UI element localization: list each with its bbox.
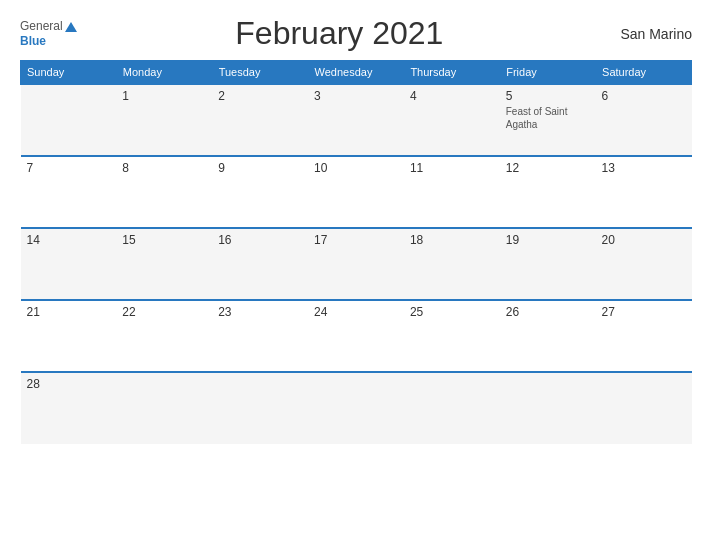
calendar-header: General Blue February 2021 San Marino [20,15,692,52]
calendar-day-cell: 5Feast of Saint Agatha [500,84,596,156]
country-name: San Marino [602,26,692,42]
day-number: 21 [27,305,111,319]
calendar-day-cell: 9 [212,156,308,228]
day-number: 20 [602,233,686,247]
calendar-day-cell: 27 [596,300,692,372]
calendar-week-row: 12345Feast of Saint Agatha6 [21,84,692,156]
logo-blue-text: Blue [20,34,77,48]
calendar-day-cell: 24 [308,300,404,372]
calendar-day-cell: 6 [596,84,692,156]
logo-triangle-icon [65,22,77,32]
calendar-container: General Blue February 2021 San Marino Su… [0,0,712,550]
calendar-day-cell: 20 [596,228,692,300]
calendar-day-cell [308,372,404,444]
day-number: 11 [410,161,494,175]
calendar-week-row: 14151617181920 [21,228,692,300]
day-number: 19 [506,233,590,247]
header-sunday: Sunday [21,61,117,85]
calendar-day-cell: 18 [404,228,500,300]
calendar-day-cell: 3 [308,84,404,156]
day-number: 26 [506,305,590,319]
calendar-day-cell: 16 [212,228,308,300]
day-number: 28 [27,377,111,391]
calendar-week-row: 21222324252627 [21,300,692,372]
header-wednesday: Wednesday [308,61,404,85]
calendar-day-cell: 11 [404,156,500,228]
calendar-day-cell [596,372,692,444]
calendar-day-cell: 13 [596,156,692,228]
calendar-day-cell: 10 [308,156,404,228]
day-number: 25 [410,305,494,319]
calendar-day-cell: 8 [116,156,212,228]
calendar-day-cell [500,372,596,444]
calendar-day-cell: 19 [500,228,596,300]
day-number: 16 [218,233,302,247]
day-number: 13 [602,161,686,175]
calendar-day-cell [21,84,117,156]
calendar-grid: Sunday Monday Tuesday Wednesday Thursday… [20,60,692,444]
calendar-day-cell [116,372,212,444]
calendar-day-cell: 26 [500,300,596,372]
calendar-day-cell: 2 [212,84,308,156]
calendar-day-cell: 14 [21,228,117,300]
event-name: Feast of Saint Agatha [506,105,590,131]
calendar-week-row: 78910111213 [21,156,692,228]
calendar-day-cell: 15 [116,228,212,300]
calendar-day-cell [404,372,500,444]
day-number: 17 [314,233,398,247]
calendar-day-cell: 17 [308,228,404,300]
header-monday: Monday [116,61,212,85]
day-number: 10 [314,161,398,175]
calendar-day-cell: 4 [404,84,500,156]
header-friday: Friday [500,61,596,85]
header-saturday: Saturday [596,61,692,85]
day-number: 6 [602,89,686,103]
day-number: 3 [314,89,398,103]
calendar-day-cell [212,372,308,444]
day-number: 12 [506,161,590,175]
header-tuesday: Tuesday [212,61,308,85]
day-number: 14 [27,233,111,247]
calendar-week-row: 28 [21,372,692,444]
header-thursday: Thursday [404,61,500,85]
calendar-title: February 2021 [77,15,602,52]
day-number: 1 [122,89,206,103]
day-number: 23 [218,305,302,319]
day-number: 9 [218,161,302,175]
day-number: 2 [218,89,302,103]
day-number: 27 [602,305,686,319]
day-number: 5 [506,89,590,103]
logo-general-text: General [20,19,77,33]
calendar-day-cell: 7 [21,156,117,228]
day-number: 8 [122,161,206,175]
day-number: 15 [122,233,206,247]
calendar-day-cell: 25 [404,300,500,372]
calendar-day-cell: 1 [116,84,212,156]
logo: General Blue [20,19,77,48]
calendar-day-cell: 28 [21,372,117,444]
day-number: 7 [27,161,111,175]
weekday-header-row: Sunday Monday Tuesday Wednesday Thursday… [21,61,692,85]
day-number: 18 [410,233,494,247]
calendar-day-cell: 22 [116,300,212,372]
calendar-day-cell: 23 [212,300,308,372]
calendar-day-cell: 12 [500,156,596,228]
calendar-day-cell: 21 [21,300,117,372]
day-number: 4 [410,89,494,103]
day-number: 22 [122,305,206,319]
day-number: 24 [314,305,398,319]
